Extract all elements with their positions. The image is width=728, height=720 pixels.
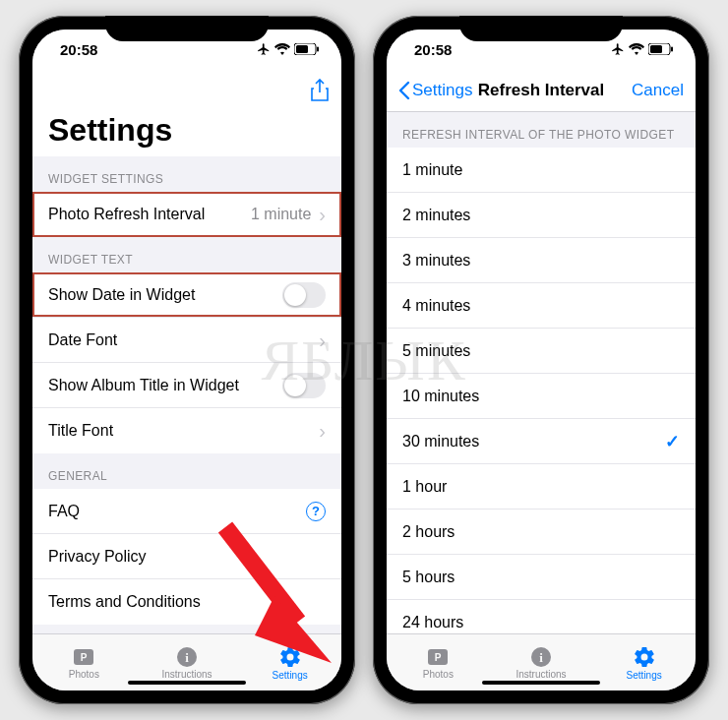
photos-icon: P (426, 646, 450, 668)
cell-label: Title Font (48, 422, 319, 440)
option-label: 2 minutes (402, 207, 680, 224)
opt-5-hours[interactable]: 5 hours (387, 555, 696, 600)
row-privacy[interactable]: Privacy Policy (32, 534, 341, 579)
opt-4-minutes[interactable]: 4 minutes (387, 283, 696, 329)
row-photo-refresh-interval[interactable]: Photo Refresh Interval1 minute› (32, 192, 341, 237)
cell-label: Privacy Policy (48, 548, 326, 566)
cell-label: Show Date in Widget (48, 286, 282, 304)
screen-left: 20:58 Settings WIDGET SETTINGSPhoto Refr… (32, 30, 341, 690)
cell-label: Date Font (48, 331, 319, 349)
option-label: 1 hour (402, 478, 680, 496)
wifi-icon (629, 43, 644, 55)
svg-text:i: i (539, 650, 543, 665)
cell-label: FAQ (48, 503, 306, 520)
wifi-icon (274, 43, 290, 55)
gear-icon (278, 645, 302, 669)
toggle-switch[interactable] (282, 373, 326, 398)
tab-label: Photos (423, 669, 454, 680)
group-header: REFRESH INTERVAL OF THE PHOTO WIDGET (387, 112, 696, 148)
status-indicators (611, 42, 674, 56)
opt-30-minutes[interactable]: 30 minutes✓ (387, 419, 696, 464)
battery-icon (294, 43, 320, 55)
group-header: GENERAL (32, 453, 341, 489)
cancel-button[interactable]: Cancel (615, 81, 684, 100)
opt-1-hour[interactable]: 1 hour (387, 464, 696, 510)
toggle-switch[interactable] (282, 282, 326, 308)
option-label: 5 minutes (402, 342, 680, 360)
info-icon: i (176, 646, 198, 668)
chevron-right-icon: › (319, 205, 326, 224)
battery-icon (648, 43, 674, 55)
home-indicator (128, 681, 246, 685)
chevron-right-icon: › (319, 330, 326, 350)
cell-label: Terms and Conditions (48, 593, 326, 611)
tab-settings[interactable]: Settings (238, 634, 341, 690)
tab-label: Settings (627, 670, 662, 681)
tab-settings[interactable]: Settings (592, 634, 696, 690)
row-faq[interactable]: FAQ? (32, 489, 341, 534)
photos-icon: P (72, 646, 95, 668)
option-label: 5 hours (402, 569, 680, 586)
interval-content[interactable]: REFRESH INTERVAL OF THE PHOTO WIDGET1 mi… (387, 112, 696, 633)
airplane-icon (257, 42, 271, 56)
cell-label: Show Album Title in Widget (48, 377, 282, 394)
back-label: Settings (412, 81, 472, 100)
screen-right: 20:58 Settings Refresh Interval Cancel R… (387, 30, 696, 690)
chevron-left-icon (398, 81, 410, 100)
option-label: 1 minute (402, 161, 680, 179)
tab-label: Settings (273, 670, 308, 681)
phone-right: 20:58 Settings Refresh Interval Cancel R… (373, 16, 709, 704)
row-show-date[interactable]: Show Date in Widget (32, 272, 341, 318)
cell-value: 1 minute (251, 206, 311, 223)
page-title: Settings (32, 112, 341, 156)
opt-3-minutes[interactable]: 3 minutes (387, 238, 696, 283)
svg-rect-10 (671, 47, 673, 52)
nav-bar-right: Settings Refresh Interval Cancel (387, 69, 696, 112)
notch (105, 16, 269, 41)
notch (459, 16, 623, 41)
cell-label: Photo Refresh Interval (48, 206, 251, 223)
svg-rect-9 (650, 45, 662, 53)
help-icon[interactable]: ? (306, 502, 326, 521)
option-label: 3 minutes (402, 252, 680, 270)
option-label: 30 minutes (402, 433, 665, 450)
airplane-icon (611, 42, 625, 56)
home-indicator (482, 681, 600, 685)
option-label: 24 hours (402, 614, 680, 631)
status-indicators (257, 42, 320, 56)
tab-photos[interactable]: PPhotos (387, 634, 490, 690)
svg-rect-1 (296, 45, 308, 53)
row-title-font[interactable]: Title Font› (32, 408, 341, 453)
settings-content[interactable]: WIDGET SETTINGSPhoto Refresh Interval1 m… (32, 156, 341, 633)
svg-text:P: P (81, 652, 88, 663)
opt-5-minutes[interactable]: 5 minutes (387, 329, 696, 374)
checkmark-icon: ✓ (665, 431, 680, 452)
group-header: WIDGET SETTINGS (32, 156, 341, 192)
row-terms[interactable]: Terms and Conditions (32, 579, 341, 625)
opt-24-hours[interactable]: 24 hours (387, 600, 696, 633)
share-icon (310, 79, 330, 102)
tab-photos[interactable]: PPhotos (32, 634, 136, 690)
status-time: 20:58 (414, 41, 452, 58)
opt-2-hours[interactable]: 2 hours (387, 510, 696, 555)
share-button[interactable] (261, 79, 330, 102)
opt-10-minutes[interactable]: 10 minutes (387, 374, 696, 419)
tab-label: Instructions (516, 669, 566, 680)
nav-bar-left (32, 69, 341, 112)
svg-rect-2 (317, 47, 319, 52)
svg-text:P: P (435, 652, 442, 663)
opt-1-minute[interactable]: 1 minute (387, 148, 696, 193)
back-button[interactable]: Settings (398, 81, 472, 100)
status-time: 20:58 (60, 41, 97, 58)
option-label: 10 minutes (402, 388, 680, 405)
option-label: 4 minutes (402, 297, 680, 315)
row-show-album-title[interactable]: Show Album Title in Widget (32, 363, 341, 408)
gear-icon (633, 645, 656, 669)
row-date-font[interactable]: Date Font› (32, 318, 341, 363)
svg-text:i: i (185, 650, 189, 665)
tab-label: Photos (69, 669, 99, 680)
info-icon: i (530, 646, 552, 668)
opt-2-minutes[interactable]: 2 minutes (387, 193, 696, 238)
option-label: 2 hours (402, 523, 680, 541)
group-header: WIDGET TEXT (32, 237, 341, 272)
